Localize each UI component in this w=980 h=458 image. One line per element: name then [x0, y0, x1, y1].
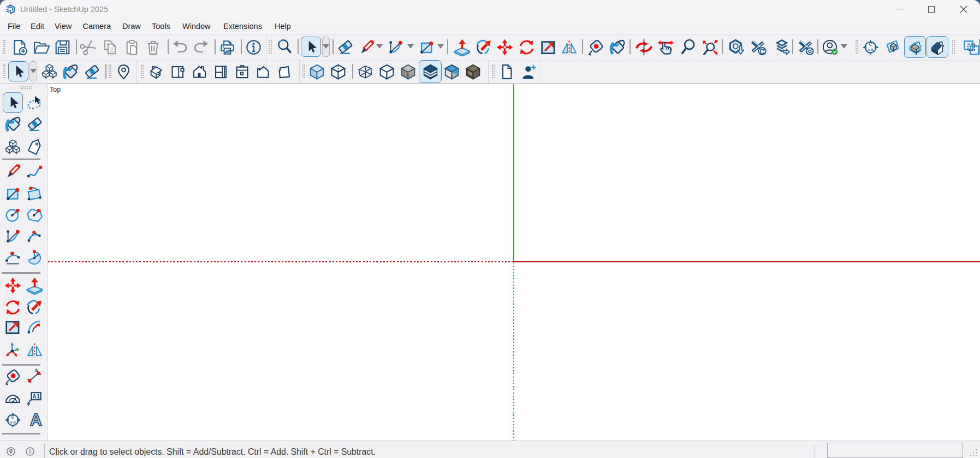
svg-text:A-B: A-B — [10, 420, 16, 424]
svg-text:A1: A1 — [32, 392, 40, 399]
svg-text:C: C — [869, 42, 872, 47]
svg-text:C: C — [11, 415, 14, 420]
svg-text:3: 3 — [34, 368, 37, 373]
svg-text:A-B: A-B — [868, 47, 874, 51]
svg-text:A: A — [29, 411, 41, 429]
